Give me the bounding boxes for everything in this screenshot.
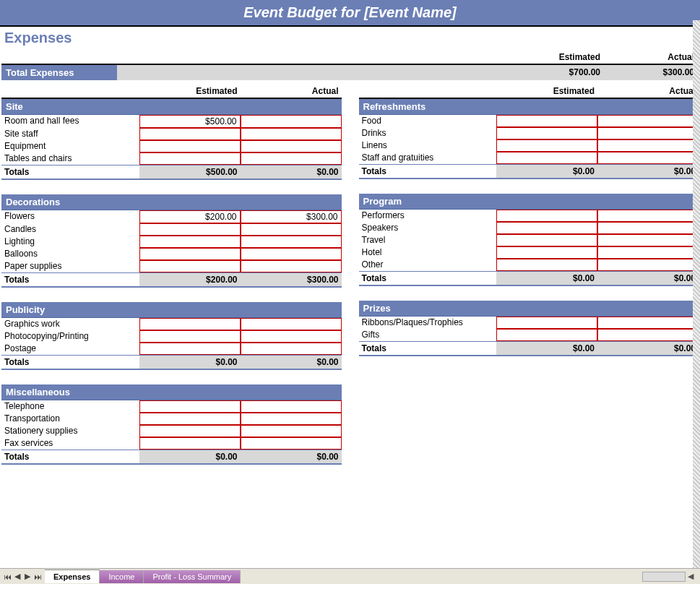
cell-estimated[interactable] (496, 115, 597, 127)
row-label: Flowers (1, 210, 139, 223)
cell-actual[interactable] (597, 222, 699, 234)
cell-estimated[interactable] (139, 128, 241, 140)
table-row: Candles (1, 223, 342, 236)
cell-actual[interactable] (241, 318, 342, 330)
left-column: EstimatedActualSiteRoom and hall fees$50… (1, 85, 342, 465)
cell-actual[interactable]: $300.00 (241, 210, 342, 223)
cell-estimated[interactable] (139, 425, 241, 437)
cell-actual[interactable] (597, 317, 699, 329)
row-label: Food (359, 115, 497, 127)
cell-estimated[interactable]: $500.00 (139, 115, 241, 128)
cell-actual[interactable] (241, 115, 342, 128)
cell-estimated[interactable] (496, 234, 597, 246)
row-label: Lighting (1, 236, 139, 248)
cell-estimated[interactable] (496, 152, 597, 164)
row-label: Linens (359, 139, 497, 152)
cell-estimated[interactable] (139, 248, 241, 260)
cell-actual[interactable] (597, 152, 699, 164)
row-label: Candles (1, 223, 139, 236)
table-row: Equipment (1, 140, 342, 152)
row-label: Graphics work (1, 318, 139, 330)
row-label: Staff and gratuities (359, 152, 497, 164)
cell-estimated[interactable] (139, 236, 241, 248)
cell-estimated[interactable] (496, 222, 597, 234)
cell-actual[interactable] (241, 128, 342, 140)
row-label: Transportation (1, 413, 139, 425)
cell-estimated[interactable] (139, 400, 241, 413)
cell-actual[interactable] (241, 425, 342, 437)
cell-actual[interactable] (241, 437, 342, 450)
row-label: Equipment (1, 140, 139, 152)
cell-estimated[interactable] (139, 437, 241, 450)
cell-actual[interactable] (597, 329, 699, 341)
cell-actual[interactable] (241, 330, 342, 343)
totals-label: Totals (1, 273, 139, 286)
row-label: Ribbons/Plaques/Trophies (359, 317, 497, 329)
row-label: Paper supplies (1, 260, 139, 272)
summary-block: Estimated Actual Total Expenses $700.00 … (1, 51, 699, 80)
cell-estimated[interactable]: $200.00 (139, 210, 241, 223)
summary-estimated: $700.00 (511, 65, 605, 80)
cell-estimated[interactable] (139, 223, 241, 236)
totals-label: Totals (1, 450, 139, 463)
col-actual: Actual (597, 85, 699, 98)
totals-actual: $0.00 (597, 342, 699, 355)
cell-actual[interactable] (241, 413, 342, 425)
table-row: Ribbons/Plaques/Trophies (359, 317, 699, 329)
cell-estimated[interactable] (139, 330, 241, 343)
cell-actual[interactable] (241, 343, 342, 355)
summary-col-estimated: Estimated (511, 51, 605, 64)
cell-estimated[interactable] (139, 140, 241, 152)
category-header: Site (1, 99, 342, 115)
cell-actual[interactable] (597, 115, 699, 127)
row-label: Telephone (1, 400, 139, 413)
cell-actual[interactable] (241, 223, 342, 236)
cell-actual[interactable] (597, 259, 699, 271)
cell-estimated[interactable] (496, 210, 597, 222)
cell-actual[interactable] (597, 139, 699, 152)
category-header: Publicity (1, 302, 342, 318)
cell-actual[interactable] (241, 400, 342, 413)
cell-actual[interactable] (597, 246, 699, 259)
totals-actual: $300.00 (241, 273, 342, 286)
totals-row: Totals$0.00$0.00 (1, 450, 342, 465)
cell-actual[interactable] (241, 236, 342, 248)
cell-estimated[interactable] (496, 317, 597, 329)
cell-estimated[interactable] (139, 318, 241, 330)
totals-actual: $0.00 (241, 165, 342, 179)
cell-estimated[interactable] (139, 343, 241, 355)
table-row: Lighting (1, 236, 342, 248)
cell-estimated[interactable] (496, 139, 597, 152)
cell-estimated[interactable] (496, 259, 597, 271)
table-row: Photocopying/Printing (1, 330, 342, 343)
cell-estimated[interactable] (139, 260, 241, 272)
summary-actual: $300.00 (605, 65, 699, 80)
cell-actual[interactable] (241, 260, 342, 272)
table-row: Stationery supplies (1, 425, 342, 437)
table-row: Flowers$200.00$300.00 (1, 210, 342, 223)
totals-label: Totals (1, 165, 139, 179)
row-label: Stationery supplies (1, 425, 139, 437)
totals-estimated: $0.00 (496, 342, 597, 355)
totals-actual: $0.00 (241, 450, 342, 463)
column-header: EstimatedActual (359, 85, 699, 99)
cell-actual[interactable] (597, 127, 699, 139)
cell-actual[interactable] (241, 248, 342, 260)
cell-estimated[interactable] (496, 127, 597, 139)
cell-actual[interactable] (597, 210, 699, 222)
cell-actual[interactable] (241, 140, 342, 152)
cell-estimated[interactable] (496, 329, 597, 341)
cell-estimated[interactable] (496, 246, 597, 259)
col-estimated: Estimated (139, 85, 241, 98)
cell-actual[interactable] (241, 152, 342, 165)
cell-estimated[interactable] (139, 413, 241, 425)
cell-estimated[interactable] (139, 152, 241, 165)
row-label: Balloons (1, 248, 139, 260)
row-label: Performers (359, 210, 497, 222)
cell-actual[interactable] (597, 234, 699, 246)
right-column: EstimatedActualRefreshmentsFoodDrinksLin… (359, 85, 699, 465)
row-label: Travel (359, 234, 497, 246)
table-row: Staff and gratuities (359, 152, 699, 164)
totals-estimated: $0.00 (496, 165, 597, 178)
category-header: Prizes (359, 301, 699, 317)
